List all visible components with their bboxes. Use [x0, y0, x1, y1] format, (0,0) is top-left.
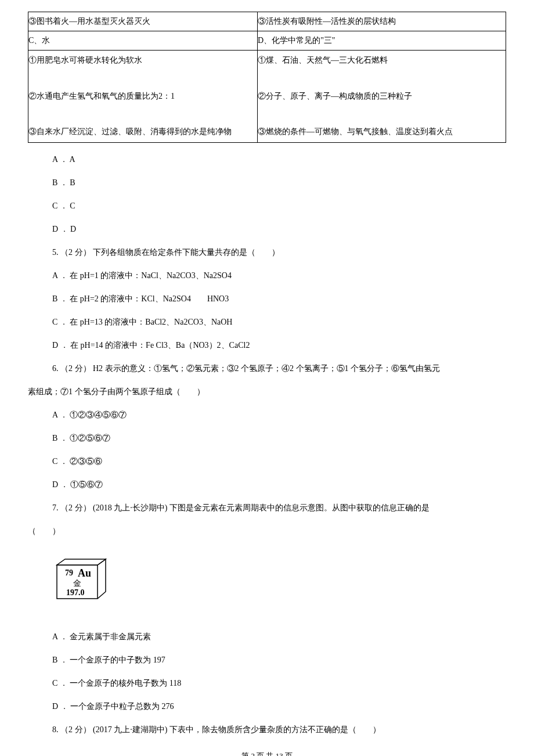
q7-option-b: B ． 一个金原子的中子数为 197: [52, 652, 506, 668]
q8-stem: 8. （2 分） (2017 九上·建湖期中) 下表中，除去物质所含少量杂质的方…: [52, 722, 506, 738]
table-cell: ③活性炭有吸附性—活性炭的层状结构: [258, 12, 506, 31]
option-b: B ． B: [52, 175, 506, 191]
q6-stem-line2: 素组成；⑦1 个氢分子由两个氢原子组成（ ）: [28, 384, 506, 400]
table-cell: D、化学中常见的"三": [258, 31, 506, 51]
option-d: D ． D: [52, 221, 506, 237]
top-table: ③图书着火—用水基型灭火器灭火 ③活性炭有吸附性—活性炭的层状结构 C、水 D、…: [28, 12, 506, 143]
element-number-text: 79: [65, 568, 73, 577]
page-footer: 第 2 页 共 13 页: [28, 748, 506, 756]
q5-option-d: D ． 在 pH=14 的溶液中：Fe Cl3、Ba（NO3）2、CaCl2: [52, 337, 506, 354]
page-content: ③图书着火—用水基型灭火器灭火 ③活性炭有吸附性—活性炭的层状结构 C、水 D、…: [28, 12, 506, 756]
table-cell: ①用肥皂水可将硬水转化为软水 ②水通电产生氢气和氧气的质量比为2：1 ③自来水厂…: [28, 51, 258, 143]
q5-option-a: A ． 在 pH=1 的溶液中：NaCl、Na2CO3、Na2SO4: [52, 268, 506, 284]
q6-option-d: D ． ①⑤⑥⑦: [52, 477, 506, 493]
option-c: C ． C: [52, 198, 506, 214]
q5-option-c: C ． 在 pH=13 的溶液中：BaCl2、Na2CO3、NaOH: [52, 314, 506, 330]
q7-option-d: D ． 一个金原子中粒子总数为 276: [52, 699, 506, 715]
element-mass-text: 197.0: [66, 588, 85, 597]
q6-option-c: C ． ②③⑤⑥: [52, 453, 506, 470]
svg-marker-4: [57, 559, 106, 565]
q7-option-a: A ． 金元素属于非金属元素: [52, 629, 506, 645]
element-symbol-text: Au: [78, 567, 91, 579]
element-name-text: 金: [73, 579, 81, 588]
q6-option-a: A ． ①②③④⑤⑥⑦: [52, 407, 506, 423]
option-a: A ． A: [52, 152, 506, 168]
q7-option-c: C ． 一个金原子的核外电子数为 118: [52, 675, 506, 692]
q6-option-b: B ． ①②⑤⑥⑦: [52, 430, 506, 447]
table-cell: C、水: [28, 31, 258, 51]
q7-stem-line2: （ ）: [28, 523, 506, 539]
q6-stem-line1: 6. （2 分） H2 表示的意义：①氢气；②氢元素；③2 个氢原子；④2 个氢…: [52, 361, 506, 377]
q5-option-b: B ． 在 pH=2 的溶液中：KCl、Na2SO4 HNO3: [52, 291, 506, 307]
q7-stem-line1: 7. （2 分） (2018 九上·长沙期中) 下图是金元素在元素周期表中的信息…: [52, 500, 506, 516]
table-cell: ①煤、石油、天然气—三大化石燃料 ②分子、原子、离子—构成物质的三种粒子 ③燃烧…: [258, 51, 506, 143]
periodic-element-box: 79 Au 金 197.0: [52, 558, 110, 604]
table-cell: ③图书着火—用水基型灭火器灭火: [28, 12, 258, 31]
q5-stem: 5. （2 分） 下列各组物质在给定条件下能大量共存的是（ ）: [52, 244, 506, 261]
